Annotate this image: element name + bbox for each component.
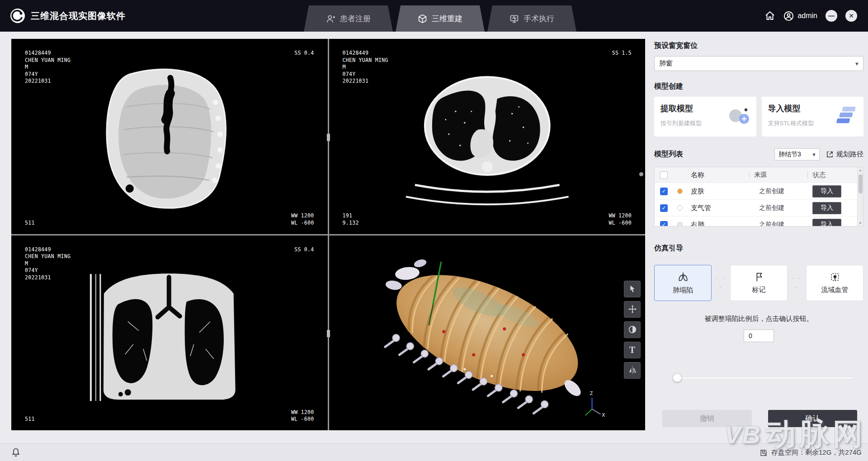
close-icon: ✕ (849, 12, 854, 19)
user-menu[interactable]: admin (783, 11, 817, 21)
model-list-label: 模型列表 (654, 150, 774, 159)
tab-3d-reconstruction[interactable]: 三维重建 (396, 5, 485, 32)
patient-info-overlay: 01428449CHEN YUAN MING M074Y 20221031 (343, 50, 388, 85)
preset-window-select[interactable]: 肺窗 ▼ (654, 56, 863, 71)
table-scrollbar[interactable]: ▲ ▼ (857, 167, 863, 226)
slider-track[interactable] (671, 377, 854, 379)
patient-info-overlay: 01428449CHEN YUAN MING M074Y 20221031 (25, 50, 71, 85)
patient-register-icon (326, 14, 335, 24)
window-overlay: WW 1200WL -600 (609, 212, 632, 226)
user-icon (783, 11, 794, 21)
sim-option-lung-collapse[interactable]: 肺塌陷 (654, 265, 712, 301)
storage-status: 存盘空间：剩余12G，共274G (760, 444, 862, 461)
slice-thickness-overlay: SS 0.4 (294, 50, 314, 57)
row-checkbox[interactable]: ✓ (660, 221, 668, 227)
confirm-button[interactable]: 确认 (768, 410, 858, 427)
plan-path-button[interactable]: 规划路径 (826, 150, 863, 159)
tab-label: 手术执行 (524, 14, 554, 24)
text-tool-icon: T (629, 345, 635, 355)
app-title: 三维混合现实图像软件 (31, 10, 126, 22)
surgery-monitor-icon (509, 14, 519, 24)
undo-button[interactable]: 撤销 (662, 410, 752, 427)
viewport-sagittal[interactable]: 01428449CHEN YUAN MING M074Y 20221031 SS… (11, 39, 328, 234)
minimize-icon: — (828, 12, 835, 19)
main-tabs: 患者注册 三维重建 手术执行 (304, 5, 576, 32)
window-overlay: WW 1200WL -600 (291, 409, 314, 423)
model-color-dot (677, 205, 683, 211)
sim-option-mark[interactable]: 标记 (730, 265, 788, 301)
splitter-handle-top[interactable] (327, 134, 330, 141)
tab-label: 三维重建 (432, 14, 462, 24)
row-checkbox[interactable]: ✓ (660, 204, 668, 212)
vessel-territory-icon (830, 272, 840, 282)
table-row[interactable]: ✓ 右肺 之前创建 导入 (655, 216, 863, 226)
collapse-ratio-slider[interactable] (671, 374, 854, 382)
simulation-options: 肺塌陷 · · · 标记 · · · 流域血管 (654, 265, 863, 301)
model-3d-render: Z X (329, 235, 646, 431)
slice-number-overlay: 511 (25, 220, 35, 227)
collapse-ratio-input[interactable] (744, 329, 774, 342)
step-dots: · · · (712, 274, 730, 292)
brand: 三维混合现实图像软件 (10, 0, 126, 32)
cursor-tool-button[interactable] (624, 281, 641, 297)
model-color-dot (677, 188, 683, 194)
collapse-hint-text: 被调整塌陷比例后，点击确认按钮。 (654, 315, 863, 323)
sidebar: 预设窗宽窗位 肺窗 ▼ 模型创建 提取模型 按引到新建模型 导入模型 支持STL… (650, 32, 868, 443)
import-model-card[interactable]: 导入模型 支持STL格式模型 (762, 97, 864, 136)
tab-patient-registration[interactable]: 患者注册 (304, 5, 393, 32)
step-dots: · · · (788, 274, 806, 292)
import-model-icon (835, 104, 859, 127)
import-row-button[interactable]: 导入 (812, 219, 841, 227)
row-checkbox[interactable]: ✓ (660, 188, 668, 195)
scroll-up-icon[interactable]: ▲ (859, 167, 862, 173)
text-tool-button[interactable]: T (624, 342, 641, 358)
model-create-cards: 提取模型 按引到新建模型 导入模型 支持STL格式模型 (654, 97, 863, 136)
table-row[interactable]: ✓ 支气管 之前创建 导入 (655, 199, 863, 216)
topbar: 三维混合现实图像软件 患者注册 三维重建 (0, 0, 868, 32)
cursor-icon (628, 284, 637, 293)
flip-tool-button[interactable] (624, 362, 641, 379)
model-create-label: 模型创建 (654, 82, 863, 91)
viewer-scroll-dot[interactable] (639, 172, 643, 176)
flag-icon (754, 272, 764, 282)
viewport-axial[interactable]: 01428449CHEN YUAN MING M074Y 20221031 SS… (329, 39, 646, 234)
slider-handle[interactable] (673, 374, 681, 382)
select-all-checkbox[interactable] (660, 171, 668, 179)
viewport-3d[interactable]: Z X (329, 235, 646, 431)
storage-text: 存盘空间：剩余12G，共274G (771, 448, 862, 457)
viewer-toolbar: T (624, 281, 641, 379)
extract-model-card[interactable]: 提取模型 按引到新建模型 (654, 97, 756, 136)
action-buttons: 撤销 确认 (662, 410, 857, 427)
move-icon (628, 305, 637, 314)
scrollbar-thumb[interactable] (859, 174, 863, 193)
slice-number-overlay: 511 (25, 416, 35, 423)
contrast-tool-button[interactable] (624, 321, 641, 338)
pan-tool-button[interactable] (624, 301, 641, 318)
minimize-button[interactable]: — (826, 10, 837, 22)
svg-text:X: X (602, 412, 605, 418)
tab-surgery-execution[interactable]: 手术执行 (487, 5, 576, 32)
import-row-button[interactable]: 导入 (812, 202, 841, 214)
sim-option-vessel-territory[interactable]: 流域血管 (806, 265, 863, 301)
notifications-bell-icon[interactable] (11, 447, 21, 457)
splitter-handle-bottom[interactable] (327, 330, 330, 337)
export-path-icon (826, 151, 834, 158)
viewport-coronal[interactable]: 01428449CHEN YUAN MING M074Y 20221031 SS… (11, 235, 328, 431)
chevron-down-icon: ▼ (854, 61, 859, 66)
topbar-actions: admin — ✕ (764, 0, 857, 32)
statusbar: 存盘空间：剩余12G，共274G (0, 443, 868, 461)
scroll-down-icon[interactable]: ▼ (859, 220, 862, 226)
chevron-down-icon: ▼ (811, 152, 816, 157)
home-icon[interactable] (764, 10, 775, 21)
import-row-button[interactable]: 导入 (812, 185, 841, 198)
save-disk-icon (760, 449, 768, 457)
preset-window-label: 预设窗宽窗位 (654, 41, 863, 51)
model-select[interactable]: 肺结节3 ▼ (774, 148, 820, 160)
patient-info-overlay: 01428449CHEN YUAN MING M074Y 20221031 (25, 246, 71, 282)
flip-icon (628, 366, 637, 375)
close-button[interactable]: ✕ (845, 10, 857, 22)
slice-thickness-overlay: SS 1.5 (612, 50, 632, 57)
contrast-icon (628, 325, 637, 334)
table-row[interactable]: ✓ 皮肤 之前创建 导入 (655, 183, 863, 199)
model-color-dot (677, 222, 683, 226)
